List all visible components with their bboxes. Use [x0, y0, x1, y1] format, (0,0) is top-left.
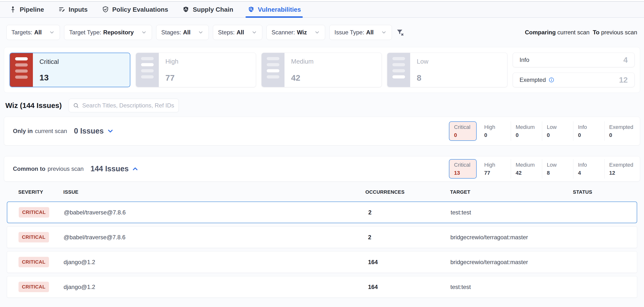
table-row[interactable]: CRITICAL django@1.2 164 bridgecrewio/ter… — [7, 251, 637, 273]
chevron-down-icon — [49, 30, 55, 35]
side-card-info[interactable]: Info 4 — [513, 53, 634, 67]
severity-card-critical[interactable]: Critical 13 — [10, 53, 130, 87]
occurrences-cell: 164 — [366, 259, 450, 266]
filter-issue-type[interactable]: Issue Type: All — [329, 25, 392, 40]
chevron-down-icon — [251, 30, 257, 35]
comparing-bold1: Comparing — [525, 29, 556, 36]
side-cards: Info 4 Exempted 12 — [513, 53, 634, 87]
severity-badge: CRITICAL — [18, 282, 49, 292]
filter-stages[interactable]: Stages: All — [156, 25, 209, 40]
count-chip-medium[interactable]: Medium 42 — [511, 159, 542, 178]
target-cell: test:test — [450, 284, 573, 290]
severity-badge: CRITICAL — [18, 257, 49, 267]
filter-steps[interactable]: Steps: All — [213, 25, 262, 40]
count-chip-high[interactable]: High 77 — [480, 159, 511, 178]
table-row[interactable]: CRITICAL @babel/traverse@7.8.6 2 test:te… — [7, 202, 637, 223]
count-chip-high[interactable]: High 0 — [480, 121, 511, 141]
severity-badge: CRITICAL — [19, 207, 49, 218]
severity-badge: CRITICAL — [18, 232, 49, 242]
chevron-down-icon — [198, 30, 204, 35]
clear-filters-button[interactable] — [395, 28, 405, 37]
only-in-current-toggle[interactable]: Only in current scan 0 Issues — [13, 127, 114, 136]
count-chip-low[interactable]: Low 0 — [542, 121, 573, 141]
section-scope: previous scan — [48, 166, 84, 172]
tab-pipeline[interactable]: Pipeline — [9, 2, 44, 17]
section-issues-count: 0 Issues — [74, 127, 104, 136]
severity-level-icon — [136, 53, 159, 87]
chevron-down-icon — [314, 30, 320, 35]
count-chip-critical[interactable]: Critical 0 — [449, 121, 477, 141]
search-icon — [73, 102, 79, 109]
comparing-bold2: To — [593, 29, 600, 36]
issue-cell: @babel/traverse@7.8.6 — [64, 209, 366, 216]
severity-card-low[interactable]: Low 8 — [387, 53, 507, 87]
column-header-severity: SEVERITY — [18, 189, 63, 195]
occurrences-cell: 164 — [366, 284, 450, 290]
section-common-to-previous: Common to previous scan 144 Issues Criti… — [4, 156, 640, 182]
section-issues-count: 144 Issues — [90, 164, 128, 173]
column-header-target: TARGET — [450, 189, 573, 195]
section-scope: current scan — [35, 128, 67, 134]
severity-card-medium[interactable]: Medium 42 — [261, 53, 382, 87]
nav-tabs: Pipeline Inputs Policy Evaluations Suppl… — [0, 2, 644, 18]
column-header-occurrences: OCCURRENCES — [365, 189, 450, 195]
filter-targets[interactable]: Targets: All — [6, 25, 60, 40]
top-strip — [0, 0, 644, 2]
issue-cell: @babel/traverse@7.8.6 — [64, 234, 366, 241]
results-title: Wiz (144 Issues) — [5, 101, 62, 110]
comparing-text1: current scan — [557, 29, 590, 36]
issue-cell: django@1.2 — [64, 284, 366, 290]
chevron-down-icon — [381, 30, 387, 35]
target-cell: test:test — [450, 209, 573, 216]
filter-scanner[interactable]: Scanner: Wiz — [266, 25, 325, 40]
filter-target-type[interactable]: Target Type: Repository — [64, 25, 152, 40]
count-chip-info[interactable]: Info 4 — [573, 159, 604, 178]
column-header-status: STATUS — [573, 189, 637, 195]
occurrences-cell: 2 — [366, 209, 450, 216]
target-cell: bridgecrewio/terragoat:master — [450, 259, 573, 266]
count-chip-medium[interactable]: Medium 0 — [511, 121, 542, 141]
filter-pills: Targets: All Target Type: Repository Sta… — [6, 25, 392, 40]
count-chip-info[interactable]: Info 0 — [573, 121, 604, 141]
count-chip-low[interactable]: Low 8 — [542, 159, 573, 178]
issues-table-header: SEVERITY ISSUE OCCURRENCES TARGET STATUS — [7, 187, 637, 197]
filter-bar: Targets: All Target Type: Repository Sta… — [0, 18, 644, 47]
comparing-text2: previous scan — [601, 29, 637, 36]
issue-cell: django@1.2 — [64, 259, 366, 266]
info-icon — [548, 77, 554, 83]
count-chip-exempted[interactable]: Exempted 12 — [604, 159, 636, 178]
pipeline-icon — [9, 6, 16, 13]
section-prefix: Only in — [13, 128, 33, 134]
section-prefix: Common to — [13, 166, 45, 172]
severity-level-icon — [10, 53, 33, 87]
tab-policy-evaluations[interactable]: Policy Evaluations — [102, 2, 168, 17]
chevron-down-icon — [107, 128, 114, 135]
tab-vulnerabilities[interactable]: Vulnerabilities — [248, 2, 301, 17]
common-to-previous-toggle[interactable]: Common to previous scan 144 Issues — [13, 164, 139, 173]
target-cell: bridgecrewio/terragoat:master — [450, 234, 573, 241]
side-card-exempted[interactable]: Exempted 12 — [513, 72, 634, 87]
tab-supply-chain[interactable]: Supply Chain — [182, 2, 233, 17]
table-row[interactable]: CRITICAL django@1.2 164 test:test — [7, 276, 637, 298]
section-only-counts: Critical 0 High 0 Medium 0 Low 0 Info 0 … — [449, 121, 636, 141]
section-only-in-current: Only in current scan 0 Issues Critical 0… — [4, 117, 640, 146]
column-header-issue: ISSUE — [63, 189, 365, 195]
policy-evaluations-icon — [102, 6, 109, 13]
search-input[interactable] — [82, 102, 175, 109]
severity-card-high[interactable]: High 77 — [136, 53, 256, 87]
severity-level-icon — [262, 53, 284, 87]
supply-chain-icon — [182, 6, 190, 13]
count-chip-exempted[interactable]: Exempted 0 — [604, 121, 636, 141]
comparing-label: Comparing current scan To previous scan — [525, 29, 637, 36]
search-box — [69, 99, 179, 112]
funnel-x-icon — [396, 28, 404, 36]
count-chip-critical[interactable]: Critical 13 — [449, 159, 477, 178]
tab-inputs[interactable]: Inputs — [58, 2, 88, 17]
table-row[interactable]: CRITICAL @babel/traverse@7.8.6 2 bridgec… — [7, 226, 637, 248]
vulnerabilities-icon — [248, 6, 255, 13]
results-header: Wiz (144 Issues) — [5, 99, 644, 112]
severity-summary: Critical 13 High 77 Medium 42 Low 8 I — [4, 47, 640, 93]
chevron-up-icon — [132, 165, 139, 172]
chevron-down-icon — [141, 30, 147, 35]
severity-level-icon — [387, 53, 410, 87]
